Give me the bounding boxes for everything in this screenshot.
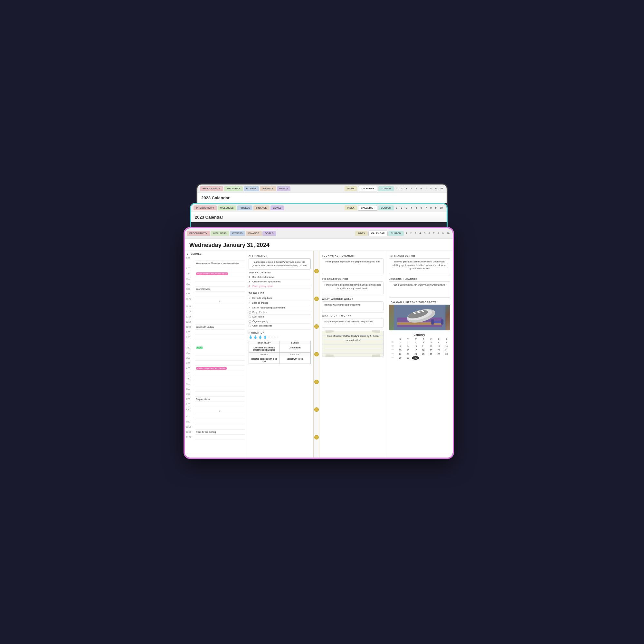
time-slot-300: 3:00 (185, 351, 246, 356)
cal-day-13[interactable]: 13 (435, 345, 442, 348)
back-tab-1[interactable]: 1 (395, 186, 399, 191)
main-tab-productivity[interactable]: PRODUCTIVITY (187, 231, 210, 236)
back-tab-custom[interactable]: CUSTOM (378, 186, 394, 191)
main-tab-4[interactable]: 4 (418, 231, 422, 236)
cal-day-29[interactable]: 29 (396, 356, 404, 360)
main-tab-custom[interactable]: CUSTOM (388, 231, 404, 236)
cal-day-6[interactable]: 6 (435, 341, 442, 344)
back-tab-9[interactable]: 9 (434, 186, 438, 191)
cal-day-30[interactable]: 30 (404, 356, 412, 360)
main-tab-wellness[interactable]: WELLNESS (211, 231, 229, 236)
mid-tab-10[interactable]: 10 (439, 205, 444, 210)
main-tab-2[interactable]: 2 (409, 231, 413, 236)
mid-tab-6[interactable]: 6 (419, 205, 423, 210)
main-tab-7[interactable]: 7 (432, 231, 436, 236)
cal-day-9[interactable]: 9 (404, 345, 412, 348)
cal-day-18[interactable]: 18 (420, 348, 427, 352)
priority-text-1: Book tickets for show (252, 276, 274, 278)
cal-day-1[interactable]: 1 (396, 341, 404, 344)
back-tab-fitness[interactable]: FITNESS (244, 186, 259, 191)
cal-header-empty (389, 338, 396, 340)
cal-day-16[interactable]: 16 (404, 348, 412, 352)
mid-tab-2[interactable]: 2 (400, 205, 403, 210)
cal-day-23[interactable]: 23 (404, 352, 412, 356)
main-tab-calendar[interactable]: CALENDAR (368, 231, 388, 236)
check-7[interactable] (249, 325, 251, 327)
drop-5[interactable]: ○ (268, 335, 270, 339)
back-tab-5[interactable]: 5 (414, 186, 418, 191)
back-tab-2[interactable]: 2 (400, 186, 403, 191)
mid-tab-finance[interactable]: FINANCE (253, 205, 269, 210)
cal-day-4[interactable]: 4 (420, 341, 427, 344)
back-tab-index[interactable]: INDEX (345, 186, 357, 191)
cal-day-28[interactable]: 28 (443, 352, 450, 356)
mid-tab-3[interactable]: 3 (404, 205, 408, 210)
drop-7[interactable]: ○ (274, 335, 276, 339)
back-tab-goals[interactable]: GOALS (277, 186, 291, 191)
main-tab-goals[interactable]: GOALS (262, 231, 276, 236)
mid-tab-wellness[interactable]: WELLNESS (218, 205, 236, 210)
drop-8[interactable]: ○ (277, 335, 279, 339)
main-tab-finance[interactable]: FINANCE (246, 231, 261, 236)
check-6[interactable] (249, 320, 251, 323)
cal-day-3[interactable]: 3 (412, 341, 419, 344)
cal-day-14[interactable]: 14 (443, 345, 450, 348)
main-tab-10[interactable]: 10 (446, 231, 451, 236)
back-tab-finance[interactable]: FINANCE (260, 186, 276, 191)
cal-day-2[interactable]: 2 (404, 341, 412, 344)
cal-day-31[interactable]: 31 (412, 356, 419, 360)
cal-day-10[interactable]: 10 (412, 345, 419, 348)
back-tab-productivity[interactable]: PRODUCTIVITY (200, 186, 223, 191)
cal-day-12[interactable]: 12 (427, 345, 435, 348)
main-tab-1[interactable]: 1 (404, 231, 408, 236)
back-tab-4[interactable]: 4 (410, 186, 413, 191)
cal-day-25[interactable]: 25 (420, 352, 427, 356)
cal-day-21[interactable]: 21 (443, 348, 450, 352)
check-4[interactable] (249, 311, 251, 314)
mid-tab-5[interactable]: 5 (414, 205, 418, 210)
time-130: 1:30 (186, 336, 195, 338)
back-tab-10[interactable]: 10 (439, 186, 444, 191)
mid-tab-7[interactable]: 7 (424, 205, 428, 210)
cal-day-11[interactable]: 11 (420, 345, 427, 348)
mid-tab-goals[interactable]: GOALS (270, 205, 284, 210)
mid-tab-custom[interactable]: CUSTOM (378, 205, 394, 210)
cal-day-7[interactable]: 7 (443, 341, 450, 344)
mid-tab-productivity[interactable]: PRODUCTIVITY (194, 205, 217, 210)
cal-day-24[interactable]: 24 (412, 352, 419, 356)
cal-day-26[interactable]: 26 (427, 352, 435, 356)
cal-day-19[interactable]: 19 (427, 348, 435, 352)
drop-6[interactable]: ○ (271, 335, 273, 339)
main-tab-5[interactable]: 5 (423, 231, 427, 236)
main-tab-fitness[interactable]: FITNESS (230, 231, 245, 236)
back-tab-7[interactable]: 7 (424, 186, 428, 191)
cal-day-8[interactable]: 8 (396, 345, 404, 348)
cal-day-5[interactable]: 5 (427, 341, 435, 344)
main-tab-3[interactable]: 3 (413, 231, 417, 236)
time-slot-800b: 8:00 (185, 402, 246, 407)
back-tab-6[interactable]: 6 (419, 186, 423, 191)
back-tab-3[interactable]: 3 (404, 186, 408, 191)
check-5[interactable] (249, 316, 251, 318)
mid-tab-fitness[interactable]: FITNESS (237, 205, 253, 210)
time-600: 6:00 (186, 256, 195, 259)
main-tab-8[interactable]: 8 (436, 231, 440, 236)
mid-tab-index[interactable]: INDEX (345, 205, 357, 210)
back-tab-wellness[interactable]: WELLNESS (224, 186, 243, 191)
cal-day-20[interactable]: 20 (435, 348, 442, 352)
main-tab-6[interactable]: 6 (427, 231, 431, 236)
cal-day-27[interactable]: 27 (435, 352, 442, 356)
cal-day-17[interactable]: 17 (412, 348, 419, 352)
mid-tab-1[interactable]: 1 (395, 205, 399, 210)
mid-tab-calendar[interactable]: CALENDAR (358, 205, 377, 211)
main-tab-index[interactable]: INDEX (355, 231, 368, 236)
todo-text-1: Call auto shop back (252, 297, 272, 299)
back-tab-calendar[interactable]: CALENDAR (358, 186, 377, 191)
mid-tab-9[interactable]: 9 (434, 205, 438, 210)
main-tab-9[interactable]: 9 (441, 231, 445, 236)
cal-day-15[interactable]: 15 (396, 348, 404, 352)
mid-tab-4[interactable]: 4 (410, 205, 413, 210)
mid-tab-8[interactable]: 8 (429, 205, 433, 210)
back-tab-8[interactable]: 8 (429, 186, 433, 191)
cal-day-22[interactable]: 22 (396, 352, 404, 356)
